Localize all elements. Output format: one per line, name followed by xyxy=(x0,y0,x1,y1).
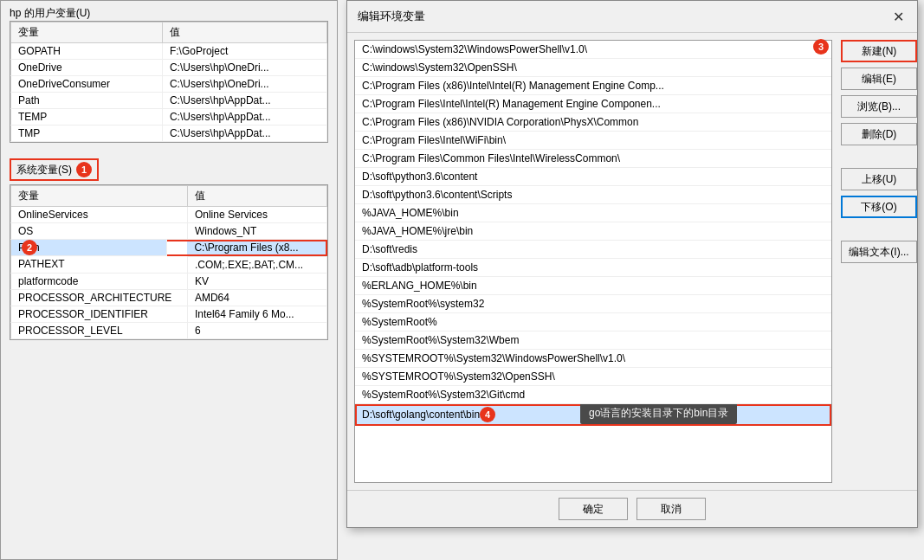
dialog-title: 编辑环境变量 xyxy=(358,9,425,24)
var-name: OneDrive xyxy=(11,60,163,76)
list-item[interactable]: %SystemRoot%\System32\Wbem xyxy=(355,331,831,350)
sys-col-val: 值 xyxy=(187,186,326,207)
var-name: OnlineServices xyxy=(11,207,188,223)
env-vars-dialog: hp 的用户变量(U) 变量 值 GOPATHF:\GoProjectOneDr… xyxy=(0,0,338,560)
var-value: KV xyxy=(187,273,326,289)
var-value: F:\GoProject xyxy=(162,43,326,60)
table-row[interactable]: OneDriveC:\Users\hp\OneDri... xyxy=(11,60,327,76)
path-text: D:\soft\golang\content\bin xyxy=(362,409,480,421)
user-vars-table-wrapper: 变量 值 GOPATHF:\GoProjectOneDriveC:\Users\… xyxy=(10,21,328,143)
sys-vars-section: 系统变量(S) 1 变量 值 OnlineServicesOnline Serv… xyxy=(1,153,337,340)
var-name: PROCESSOR_IDENTIFIER xyxy=(11,306,188,322)
list-item[interactable]: D:\soft\adb\platform-tools xyxy=(355,259,831,277)
list-item[interactable]: %SYSTEMROOT%\System32\WindowsPowerShell\… xyxy=(355,350,831,368)
var-value: AMD64 xyxy=(187,289,326,306)
table-row[interactable]: TEMPC:\Users\hp\AppDat... xyxy=(11,109,327,126)
dialog-titlebar: 编辑环境变量 ✕ xyxy=(347,1,917,33)
sys-col-var: 变量 xyxy=(11,186,188,207)
table-row[interactable]: TMPC:\Users\hp\AppDat... xyxy=(11,126,327,142)
action-buttons: 新建(N) 编辑(E) 浏览(B)... 删除(D) 上移(U) 下移(O) 编… xyxy=(832,40,910,483)
var-value: C:\Users\hp\AppDat... xyxy=(162,93,326,109)
list-item[interactable]: %ERLANG_HOME%\bin xyxy=(355,277,831,295)
badge-1: 1 xyxy=(76,162,92,177)
close-button[interactable]: ✕ xyxy=(889,8,907,25)
var-value: C:\Users\hp\OneDri... xyxy=(162,76,326,93)
cancel-button[interactable]: 取消 xyxy=(636,498,706,520)
delete-button[interactable]: 删除(D) xyxy=(841,123,917,145)
list-item[interactable]: %SystemRoot% xyxy=(355,313,831,331)
var-name: TMP xyxy=(11,126,163,142)
sys-vars-header: 系统变量(S) 1 xyxy=(1,153,337,184)
list-item[interactable]: C:\windows\System32\WindowsPowerShell\v1… xyxy=(355,41,831,59)
table-row[interactable]: PATHEXT.COM;.EXE;.BAT;.CM... xyxy=(11,256,327,273)
edit-button[interactable]: 编辑(E) xyxy=(841,68,917,90)
list-item[interactable]: C:\Program Files\Intel\WiFi\bin\ xyxy=(355,132,831,150)
table-row[interactable]: platformcodeKV xyxy=(11,273,327,289)
user-col-val: 值 xyxy=(162,23,326,43)
move-down-button[interactable]: 下移(O) xyxy=(841,196,917,218)
var-value: Online Services xyxy=(187,207,326,223)
table-row[interactable]: GOPATHF:\GoProject xyxy=(11,43,327,60)
tooltip: go语言的安装目录下的bin目录 xyxy=(580,404,737,424)
new-button[interactable]: 新建(N) xyxy=(841,40,917,62)
table-row[interactable]: PROCESSOR_ARCHITECTUREAMD64 xyxy=(11,289,327,306)
list-item[interactable]: %JAVA_HOME%\jre\bin xyxy=(355,222,831,241)
dialog-content: C:\windows\System32\WindowsPowerShell\v1… xyxy=(347,33,917,490)
list-item[interactable]: C:\Program Files\Common Files\Intel\Wire… xyxy=(355,150,831,168)
user-vars-table: 变量 值 GOPATHF:\GoProjectOneDriveC:\Users\… xyxy=(10,22,327,142)
list-item[interactable]: D:\soft\python3.6\content\Scripts xyxy=(355,186,831,204)
list-item[interactable]: C:\Program Files\Intel\Intel(R) Manageme… xyxy=(355,95,831,113)
sys-vars-label-box: 系统变量(S) 1 xyxy=(10,158,99,181)
dialog-bottom-buttons: 确定 取消 xyxy=(347,490,917,527)
browse-button[interactable]: 浏览(B)... xyxy=(841,95,917,118)
table-row[interactable]: OneDriveConsumerC:\Users\hp\OneDri... xyxy=(11,76,327,93)
var-value: C:\Users\hp\AppDat... xyxy=(162,109,326,126)
var-value: 6 xyxy=(187,322,326,338)
list-item[interactable]: %JAVA_HOME%\bin xyxy=(355,204,831,222)
list-item[interactable]: C:\Program Files (x86)\NVIDIA Corporatio… xyxy=(355,113,831,132)
table-row[interactable]: PROCESSOR_IDENTIFIERIntel64 Family 6 Mo.… xyxy=(11,306,327,322)
badge-4: 4 xyxy=(480,407,495,422)
edit-env-var-dialog: 编辑环境变量 ✕ C:\windows\System32\WindowsPowe… xyxy=(346,0,918,528)
var-name: Path xyxy=(11,93,163,109)
list-item[interactable]: %SystemRoot%\system32 xyxy=(355,295,831,313)
list-item[interactable]: D:\soft\golang\content\bin4go语言的安装目录下的bi… xyxy=(355,404,831,426)
btn-spacer-2 xyxy=(841,223,910,235)
list-item[interactable]: D:\soft\redis xyxy=(355,241,831,259)
table-row[interactable]: PathC:\Users\hp\AppDat... xyxy=(11,93,327,109)
user-vars-label: hp 的用户变量(U) xyxy=(10,7,90,19)
list-item[interactable]: C:\windows\System32\OpenSSH\ xyxy=(355,59,831,77)
table-row[interactable]: Path2C:\Program Files (x8... xyxy=(11,240,327,257)
sys-vars-table: 变量 值 OnlineServicesOnline ServicesOSWind… xyxy=(10,185,327,339)
var-name: OS xyxy=(11,223,188,240)
list-item[interactable]: D:\soft\python3.6\content xyxy=(355,168,831,186)
table-row[interactable]: OSWindows_NT xyxy=(11,223,327,240)
edit-text-button[interactable]: 编辑文本(I)... xyxy=(841,241,917,263)
var-value: C:\Users\hp\AppDat... xyxy=(162,126,326,142)
var-value: Windows_NT xyxy=(187,223,326,240)
var-name: PROCESSOR_ARCHITECTURE xyxy=(11,289,188,306)
var-value: .COM;.EXE;.BAT;.CM... xyxy=(187,256,326,273)
path-list[interactable]: C:\windows\System32\WindowsPowerShell\v1… xyxy=(354,40,832,483)
ok-button[interactable]: 确定 xyxy=(559,498,628,520)
move-up-button[interactable]: 上移(U) xyxy=(841,168,917,190)
var-name: PATHEXT xyxy=(11,256,188,273)
sys-vars-table-wrapper: 变量 值 OnlineServicesOnline ServicesOSWind… xyxy=(10,184,328,340)
list-item[interactable]: %SYSTEMROOT%\System32\OpenSSH\ xyxy=(355,368,831,386)
btn-spacer xyxy=(841,151,910,163)
badge-3: 3 xyxy=(813,39,829,55)
var-name: Path2 xyxy=(11,240,167,256)
user-vars-section: hp 的用户变量(U) 变量 值 GOPATHF:\GoProjectOneDr… xyxy=(1,1,337,143)
var-name: platformcode xyxy=(11,273,188,289)
var-value: C:\Program Files (x8... xyxy=(187,240,326,257)
var-name: TEMP xyxy=(11,109,163,126)
table-row[interactable]: PROCESSOR_LEVEL6 xyxy=(11,322,327,338)
user-vars-header: hp 的用户变量(U) xyxy=(1,1,337,21)
table-row[interactable]: OnlineServicesOnline Services xyxy=(11,207,327,223)
badge-2: 2 xyxy=(22,240,37,255)
var-value: C:\Users\hp\OneDri... xyxy=(162,60,326,76)
var-name: PROCESSOR_LEVEL xyxy=(11,322,188,338)
list-item[interactable]: %SystemRoot%\System32\Git\cmd xyxy=(355,386,831,404)
var-name: GOPATH xyxy=(11,43,163,60)
list-item[interactable]: C:\Program Files (x86)\Intel\Intel(R) Ma… xyxy=(355,77,831,95)
